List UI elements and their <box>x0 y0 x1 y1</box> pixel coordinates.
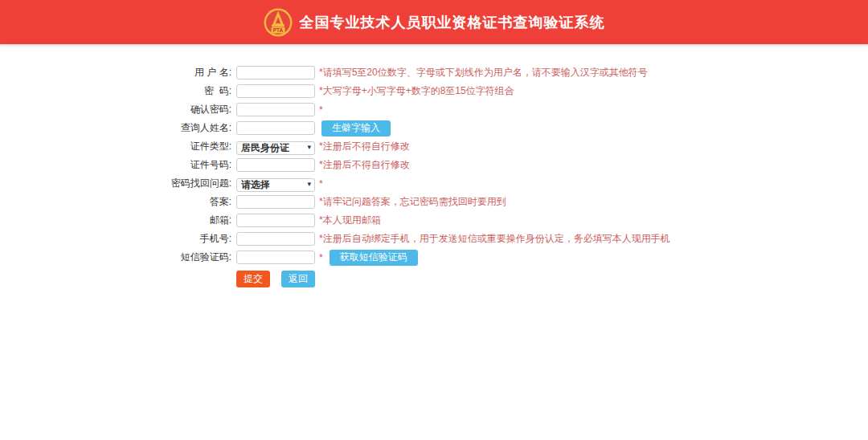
confirm-password-label: 确认密码: <box>162 103 231 116</box>
username-hint: *请填写5至20位数字、字母或下划线作为用户名，请不要输入汉字或其他符号 <box>319 66 648 79</box>
form-row-email: 邮箱: *本人现用邮箱 <box>162 211 868 230</box>
pta-logo-text: PTA <box>272 27 283 33</box>
security-question-required-asterisk: * <box>319 178 323 189</box>
form-row-certificate-number: 证件号码: *注册后不得自行修改 <box>162 156 868 174</box>
get-sms-code-button[interactable]: 获取短信验证码 <box>330 250 418 266</box>
username-input[interactable] <box>236 66 315 79</box>
back-button[interactable]: 返回 <box>281 271 315 287</box>
page-title: 全国专业技术人员职业资格证书查询验证系统 <box>300 13 605 32</box>
sms-code-label: 短信验证码: <box>162 251 231 264</box>
form-row-sms-code: 短信验证码: * 获取短信验证码 <box>162 248 868 267</box>
registration-form: 用 户 名: *请填写5至20位数字、字母或下划线作为用户名，请不要输入汉字或其… <box>0 44 868 287</box>
answer-hint: *请牢记问题答案，忘记密码需找回时要用到 <box>319 195 506 209</box>
form-row-query-name: 查询人姓名: 生僻字输入 <box>162 119 868 137</box>
certificate-type-select-wrap: 居民身份证 ▾ <box>236 140 315 153</box>
certificate-number-hint: *注册后不得自行修改 <box>319 158 410 172</box>
submit-button[interactable]: 提交 <box>236 271 270 287</box>
sms-code-input[interactable] <box>236 251 315 264</box>
form-row-username: 用 户 名: *请填写5至20位数字、字母或下划线作为用户名，请不要输入汉字或其… <box>162 63 868 82</box>
sms-code-required-asterisk: * <box>319 252 323 263</box>
certificate-type-select[interactable]: 居民身份证 <box>236 141 315 155</box>
security-question-select[interactable]: 请选择 <box>236 178 315 192</box>
password-input[interactable] <box>236 84 315 98</box>
certificate-type-label: 证件类型: <box>162 140 231 153</box>
rare-character-input-button[interactable]: 生僻字输入 <box>321 120 391 136</box>
certificate-number-input[interactable] <box>236 158 315 172</box>
password-label: 密 码: <box>162 84 231 98</box>
form-row-security-question: 密码找回问题: 请选择 ▾ * <box>162 174 868 193</box>
app-header: PTA 全国专业技术人员职业资格证书查询验证系统 <box>0 0 868 44</box>
form-row-password: 密 码: *大写字母+小写字母+数字的8至15位字符组合 <box>162 82 868 100</box>
form-actions: 提交 返回 <box>162 271 868 287</box>
answer-label: 答案: <box>162 195 231 209</box>
mobile-label: 手机号: <box>162 232 231 246</box>
certificate-type-hint: *注册后不得自行修改 <box>319 140 410 153</box>
security-question-select-wrap: 请选择 ▾ <box>236 177 315 190</box>
form-row-mobile: 手机号: *注册后自动绑定手机，用于发送短信或重要操作身份认定，务必填写本人现用… <box>162 230 868 248</box>
form-row-certificate-type: 证件类型: 居民身份证 ▾ *注册后不得自行修改 <box>162 137 868 156</box>
answer-input[interactable] <box>236 195 315 209</box>
pta-logo: PTA <box>264 8 293 37</box>
security-question-label: 密码找回问题: <box>162 177 231 190</box>
email-label: 邮箱: <box>162 214 231 227</box>
query-name-label: 查询人姓名: <box>162 121 231 135</box>
mobile-hint: *注册后自动绑定手机，用于发送短信或重要操作身份认定，务必填写本人现用手机 <box>319 232 670 246</box>
email-input[interactable] <box>236 214 315 227</box>
query-name-input[interactable] <box>236 121 315 135</box>
form-row-confirm-password: 确认密码: * <box>162 100 868 119</box>
certificate-number-label: 证件号码: <box>162 158 231 172</box>
confirm-password-input[interactable] <box>236 103 315 116</box>
username-label: 用 户 名: <box>162 66 231 79</box>
form-row-answer: 答案: *请牢记问题答案，忘记密码需找回时要用到 <box>162 193 868 211</box>
confirm-password-required-asterisk: * <box>319 104 323 116</box>
password-hint: *大写字母+小写字母+数字的8至15位字符组合 <box>319 84 514 98</box>
mobile-input[interactable] <box>236 232 315 246</box>
email-hint: *本人现用邮箱 <box>319 214 381 227</box>
